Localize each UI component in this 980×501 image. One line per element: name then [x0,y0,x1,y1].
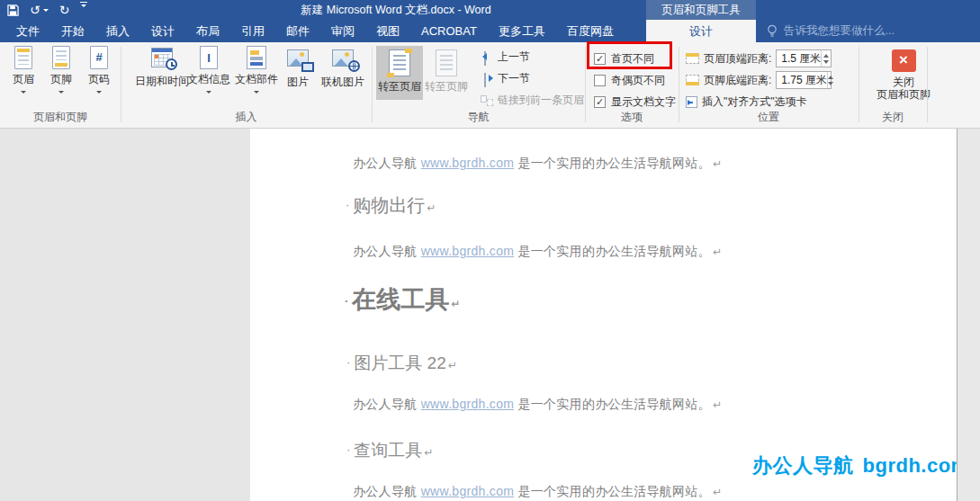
doc-paragraph[interactable]: 办公人导航 www.bgrdh.com 是一个实用的办公生活导航网站。↵ [353,397,722,413]
tab-view[interactable]: 视图 [365,20,410,42]
redo-button[interactable]: ↻ [59,2,70,18]
insert-alignment-tab-button[interactable]: 插入"对齐方式"选项卡 [686,94,807,110]
paragraph-mark: ↵ [713,486,722,498]
pictures-label: 图片 [287,75,309,90]
ribbon-tabs: 文件 开始 插入 设计 布局 引用 邮件 审阅 视图 ACROBAT 更多工具 … [5,20,625,42]
paragraph-text: 是一个实用的办公生活导航网站。 [514,397,711,411]
tab-review[interactable]: 审阅 [320,20,365,42]
spin-up-icon[interactable] [823,51,829,58]
quick-parts-button[interactable]: 文档部件 [233,46,280,96]
show-document-text-label: 显示文档文字 [611,94,676,110]
paragraph-mark: ↵ [424,446,433,459]
go-to-footer-button[interactable]: 转至页脚 [423,46,470,100]
redo-icon: ↻ [59,2,70,18]
next-section-button[interactable]: 下一节 [481,71,530,86]
checkbox-unchecked-icon[interactable] [594,75,606,86]
spinner-buttons[interactable] [827,72,833,88]
online-pictures-button[interactable]: 联机图片 [314,46,372,90]
heading-bullet-mark: · [346,443,350,456]
header-from-top-value[interactable]: 1.5 厘米 [777,51,821,67]
hyperlink[interactable]: www.bgrdh.com [421,397,515,411]
previous-section-icon [481,52,493,63]
tab-acrobat[interactable]: ACROBAT [410,20,488,42]
date-time-icon [151,48,173,67]
document-info-button[interactable]: I 文档信息 [185,46,232,96]
tab-layout[interactable]: 布局 [185,20,230,42]
doc-paragraph[interactable]: 办公人导航 www.bgrdh.com 是一个实用的办公生活导航网站。↵ [353,156,722,172]
doc-heading-query-tools[interactable]: ·查询工具↵ [346,439,433,462]
spin-up-icon[interactable] [828,73,833,79]
footer-from-bottom-icon [686,75,699,85]
vertical-scrollbar[interactable] [957,129,980,501]
footer-from-bottom-field[interactable]: 1.75 厘米 [776,71,832,89]
online-pictures-label: 联机图片 [321,75,364,90]
paragraph-text: 是一个实用的办公生活导航网站。 [514,156,711,170]
group-label-close: 关闭 [859,110,927,125]
document-info-label: 文档信息 [187,72,230,87]
save-button[interactable] [7,2,19,18]
doc-heading-online-tools[interactable]: ·在线工具↵ [345,283,460,316]
tab-file[interactable]: 文件 [5,20,50,42]
previous-section-button[interactable]: 上一节 [481,49,530,65]
tab-header-footer-design-active[interactable]: 设计 [646,20,756,42]
insert-alignment-tab-label: 插入"对齐方式"选项卡 [702,94,807,110]
paragraph-text: 办公人导航 [353,397,421,411]
footer-button[interactable]: 页脚 [43,46,79,96]
chevron-down-icon [43,9,49,14]
tab-references[interactable]: 引用 [230,20,275,42]
undo-icon: ↺ [30,2,40,18]
heading-text: 查询工具 [354,441,422,460]
paragraph-text: 办公人导航 [353,484,421,498]
go-to-header-label: 转至页眉 [378,79,421,94]
doc-paragraph[interactable]: 办公人导航 www.bgrdh.com 是一个实用的办公生活导航网站。↵ [353,244,722,260]
chevron-down-icon [21,91,26,96]
tell-me-box[interactable]: 告诉我您想要做什么... [767,20,895,42]
tab-home[interactable]: 开始 [50,20,95,42]
hyperlink[interactable]: www.bgrdh.com [421,244,515,258]
pictures-button[interactable]: 图片 [282,46,314,90]
doc-heading-image-tools[interactable]: ·图片工具 22↵ [346,352,457,375]
doc-heading-shopping[interactable]: ·购物出行↵ [346,193,436,218]
tab-mailings[interactable]: 邮件 [275,20,320,42]
monitor-icon [301,62,314,72]
date-time-label: 日期和时间 [135,74,189,89]
group-label-insert: 插入 [121,110,372,125]
doc-paragraph[interactable]: 办公人导航 www.bgrdh.com 是一个实用的办公生活导航网站。↵ [353,484,722,500]
group-label-options: 选项 [585,110,679,125]
paragraph-text: 办公人导航 [353,244,421,258]
tab-insert[interactable]: 插入 [95,20,140,42]
checkbox-different-odd-even[interactable]: 奇偶页不同 [594,73,665,88]
header-from-top-field[interactable]: 1.5 厘米 [776,49,832,67]
undo-button[interactable]: ↺ [30,2,49,18]
header-button[interactable]: 页眉 [5,46,41,96]
hyperlink[interactable]: www.bgrdh.com [421,484,515,498]
checkbox-checked-icon[interactable]: ✓ [594,96,606,108]
go-to-header-button[interactable]: 转至页眉 [376,46,423,100]
customize-quick-access-button[interactable] [80,2,87,18]
close-header-footer-button[interactable]: × 关闭 页眉和页脚 [877,49,931,101]
spinner-buttons[interactable] [821,50,831,67]
go-to-header-icon [389,49,410,76]
group-separator [927,47,928,122]
page-number-button[interactable]: # 页码 [81,46,117,96]
document-page[interactable]: 办公人导航 www.bgrdh.com 是一个实用的办公生活导航网站。↵ ·购物… [250,129,957,501]
footer-button-label: 页脚 [50,72,72,87]
link-to-previous-label: 链接到前一条页眉 [498,93,584,108]
globe-icon [348,60,360,72]
spin-down-icon[interactable] [823,60,829,67]
tab-baidu-netdisk[interactable]: 百度网盘 [556,20,625,42]
page-number-button-label: 页码 [88,72,110,87]
footer-from-bottom-value[interactable]: 1.75 厘米 [777,73,827,88]
chevron-down-icon [206,91,211,96]
paragraph-mark: ↵ [451,298,460,310]
checkbox-show-document-text[interactable]: ✓ 显示文档文字 [594,94,676,110]
quick-access-toolbar: ↺ ↻ [7,0,87,20]
tab-design[interactable]: 设计 [140,20,185,42]
hyperlink[interactable]: www.bgrdh.com [421,156,515,170]
next-section-icon [481,74,493,85]
site-watermark: 办公人导航bgrdh.com [752,452,969,479]
spin-down-icon[interactable] [828,82,833,88]
tab-more-tools[interactable]: 更多工具 [488,20,556,42]
link-to-previous-button[interactable]: 链接到前一条页眉 [481,93,584,108]
chevron-down-icon [254,91,259,96]
